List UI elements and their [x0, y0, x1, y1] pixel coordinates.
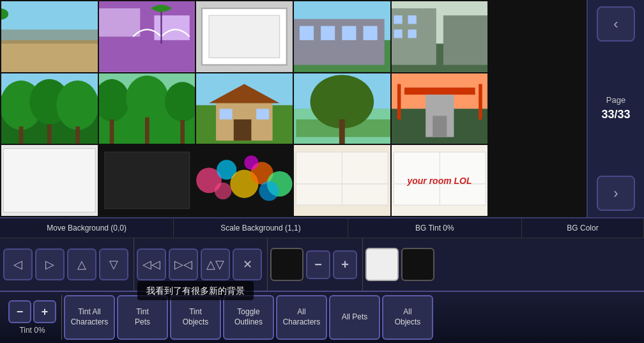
all-chars-line2: Characters: [283, 317, 321, 328]
svg-rect-26: [408, 29, 416, 38]
tint-plus-button[interactable]: +: [333, 250, 357, 279]
svg-rect-7: [154, 15, 189, 40]
bottom-toolbar: − + Tint 0% Tint All Characters Tint Pet…: [0, 291, 644, 343]
bg-cell-9[interactable]: [196, 73, 293, 144]
page-number: 33/33: [601, 107, 630, 123]
bg-cell-14[interactable]: [99, 145, 195, 216]
bg-cell-11[interactable]: [392, 73, 488, 144]
bg-cell-15[interactable]: [196, 145, 293, 216]
move-right-button[interactable]: ▷: [35, 248, 65, 280]
bg-cell-5[interactable]: [392, 1, 488, 72]
svg-rect-41: [145, 117, 150, 144]
tint-objects-button[interactable]: Tint Objects 我看到了有很多新的背景: [170, 295, 221, 340]
bg-cell-4[interactable]: [294, 1, 390, 72]
tint-pets-line1: Tint: [136, 307, 149, 317]
svg-rect-25: [394, 29, 402, 38]
tint-minus-button[interactable]: −: [306, 250, 330, 279]
bg-cell-6[interactable]: [489, 1, 585, 72]
svg-point-73: [245, 156, 259, 170]
svg-rect-23: [394, 15, 402, 24]
toggle-outlines-line2: Outlines: [234, 317, 263, 328]
scale-bg-group: ◁◁ ▷◁ △▽ ✕: [137, 238, 268, 291]
toggle-outlines-button[interactable]: Toggle Outlines: [223, 295, 274, 340]
tint-pets-line2: Pets: [135, 317, 150, 328]
scale-expand-button[interactable]: ✕: [233, 248, 262, 280]
tint-all-chars-line2: Characters: [71, 317, 109, 328]
svg-point-38: [126, 75, 168, 121]
svg-rect-65: [105, 152, 190, 209]
tint-all-characters-button[interactable]: Tint All Characters: [64, 295, 115, 340]
tint-increase-button[interactable]: +: [33, 300, 56, 323]
tint-dark-button[interactable]: [270, 248, 303, 281]
tint-controls: − +: [8, 300, 56, 323]
bg-cell-17[interactable]: your room LOL: [392, 145, 488, 216]
move-left-button[interactable]: ◁: [3, 248, 33, 280]
main-container: your room LOL ‹ Page 33/33 › Move Backgr…: [0, 0, 644, 343]
bg-cell-2[interactable]: [99, 1, 195, 72]
all-chars-line1: All: [297, 307, 305, 317]
svg-rect-11: [209, 15, 280, 57]
move-down-button[interactable]: ▽: [99, 248, 128, 280]
all-objects-button[interactable]: All Objects: [382, 295, 433, 340]
all-objects-line1: All: [403, 307, 411, 317]
page-info: Page 33/33: [601, 95, 630, 122]
move-bg-group: ◁ ▷ △ ▽: [3, 238, 134, 291]
svg-rect-48: [220, 109, 233, 119]
tint-pets-button[interactable]: Tint Pets: [117, 295, 168, 340]
controls-bar: Move Background (0,0) Scale Background (…: [0, 217, 644, 291]
svg-rect-42: [180, 120, 185, 144]
bg-cell-18[interactable]: [489, 145, 585, 216]
scale-bg-label: Scale Background (1,1): [174, 218, 348, 238]
bg-cell-12[interactable]: [489, 73, 585, 144]
svg-rect-15: [300, 26, 314, 40]
bg-cell-3[interactable]: [196, 1, 293, 72]
scale-left-button[interactable]: ◁◁: [137, 248, 166, 280]
bg-cell-13[interactable]: [1, 145, 98, 216]
bg-cell-10[interactable]: [294, 73, 390, 144]
top-area: your room LOL ‹ Page 33/33 ›: [0, 0, 644, 217]
svg-rect-47: [234, 119, 252, 141]
bg-color-label: BG Color: [522, 218, 644, 238]
all-characters-button[interactable]: All Characters: [276, 295, 327, 340]
svg-point-31: [56, 80, 97, 130]
svg-point-74: [259, 181, 279, 201]
svg-rect-40: [109, 119, 114, 144]
all-pets-button[interactable]: All Pets: [329, 295, 380, 340]
svg-rect-34: [75, 126, 80, 144]
scale-horiz-button[interactable]: ▷◁: [169, 248, 198, 280]
color-light-button[interactable]: [365, 248, 399, 281]
color-dark-button[interactable]: [401, 248, 434, 281]
bg-cell-7[interactable]: [1, 73, 98, 144]
move-up-button[interactable]: △: [67, 248, 96, 280]
all-objects-line2: Objects: [395, 317, 421, 328]
svg-rect-57: [404, 88, 475, 95]
next-page-button[interactable]: ›: [597, 176, 635, 211]
background-grid: your room LOL: [0, 0, 586, 217]
move-bg-label: Move Background (0,0): [0, 218, 174, 238]
svg-rect-54: [339, 119, 345, 144]
svg-rect-24: [408, 15, 416, 24]
svg-rect-1: [1, 40, 98, 72]
bg-tint-group: − +: [270, 238, 363, 291]
bg-cell-16[interactable]: [294, 145, 390, 216]
svg-rect-2: [1, 29, 98, 43]
your-room-label: your room LOL: [407, 176, 471, 186]
tint-all-chars-line1: Tint All: [78, 307, 101, 317]
controls-labels: Move Background (0,0) Scale Background (…: [0, 218, 644, 238]
bg-cell-1[interactable]: [1, 1, 98, 72]
tint-objects-line1: Tint: [189, 307, 202, 317]
prev-page-button[interactable]: ‹: [597, 6, 635, 42]
tint-group: − + Tint 0%: [3, 295, 62, 340]
page-label: Page: [601, 95, 630, 106]
svg-rect-17: [342, 26, 356, 40]
svg-rect-6: [99, 8, 140, 36]
bg-cell-8[interactable]: [99, 73, 195, 144]
tint-decrease-button[interactable]: −: [8, 300, 31, 323]
toggle-outlines-line1: Toggle: [237, 307, 259, 317]
svg-rect-33: [47, 124, 52, 144]
bg-color-group: [365, 238, 440, 291]
svg-rect-16: [321, 26, 335, 40]
svg-rect-61: [433, 116, 447, 137]
sidebar: ‹ Page 33/33 ›: [586, 0, 644, 217]
scale-up-button[interactable]: △▽: [201, 248, 230, 280]
